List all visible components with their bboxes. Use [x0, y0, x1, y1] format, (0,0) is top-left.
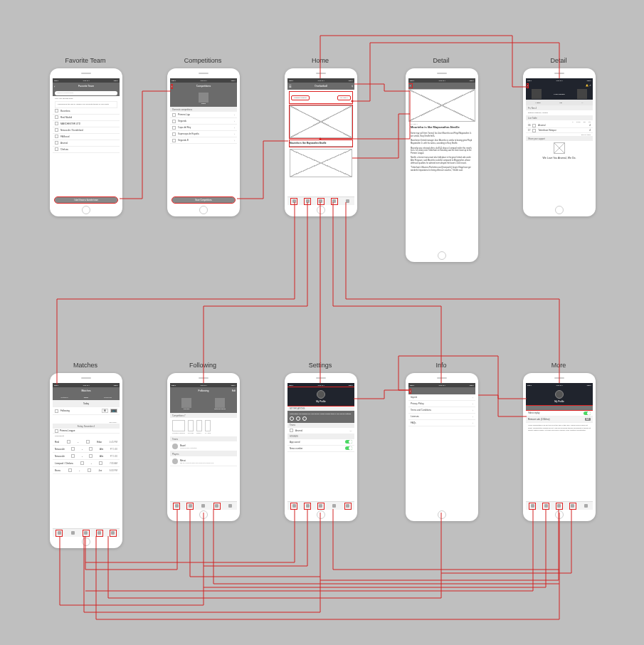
checkbox-icon[interactable]: [55, 141, 58, 145]
toggle-switch[interactable]: [345, 440, 352, 444]
toggle-switch[interactable]: [345, 446, 352, 450]
tab-home[interactable]: [290, 503, 297, 510]
notif-opt-icon[interactable]: [296, 416, 300, 421]
back-icon[interactable]: ‹: [408, 84, 412, 88]
tab-following[interactable]: [317, 503, 324, 510]
toggle-following[interactable]: 📺: [110, 409, 117, 413]
hero-image[interactable]: [290, 105, 352, 138]
team-row[interactable]: MANCHESTER UTD: [53, 121, 120, 127]
notif-opt-icon[interactable]: [290, 416, 294, 421]
tab-matches[interactable]: [186, 503, 194, 510]
tab-matches[interactable]: [304, 503, 311, 510]
match-row[interactable]: Newcastle-Alm FT 1:00: [53, 453, 120, 460]
toggle-switch[interactable]: [584, 411, 591, 415]
profile-hero[interactable]: My Profile: [526, 387, 593, 406]
checkbox-icon[interactable]: [172, 120, 176, 123]
video-row[interactable]: Video replay: [526, 410, 593, 416]
checkbox-icon[interactable]: [55, 409, 58, 413]
tab-following[interactable]: [317, 198, 324, 205]
featured-match-card[interactable]: Primera League Fri, Nov 4: [290, 92, 352, 103]
tab-settings[interactable]: [331, 198, 338, 205]
tab-settings[interactable]: [213, 503, 221, 510]
tab-more[interactable]: [227, 503, 234, 510]
sound-row[interactable]: App sound: [287, 439, 354, 446]
tab-more[interactable]: [583, 503, 590, 510]
checkbox-icon[interactable]: [172, 132, 176, 136]
team-row[interactable]: Barcelona: [53, 108, 120, 115]
match-row[interactable]: Real-Eibar 4:45 PM: [53, 439, 120, 446]
checkbox-icon[interactable]: [55, 115, 58, 119]
comp-row[interactable]: Copa del Rey›: [170, 125, 237, 131]
tab-home[interactable]: [56, 530, 63, 537]
table-row[interactable]: 16 Arsenal 4: [526, 123, 593, 128]
info-row[interactable]: Terms and Conditions›: [408, 407, 475, 414]
segmented-control[interactable]: MatchFB—: [526, 100, 593, 105]
team-row[interactable]: Arsenal All ›: [287, 428, 354, 434]
players-tile[interactable]: [181, 398, 191, 408]
search-input[interactable]: Search favorite team: [55, 91, 117, 95]
match-row[interactable]: Newcastle-Alm FT 1:00: [53, 446, 120, 453]
tab-more[interactable]: [344, 198, 352, 205]
checkbox-icon[interactable]: [55, 147, 58, 151]
back-icon[interactable]: ‹: [410, 389, 411, 393]
search-icon[interactable]: ⚲: [352, 85, 353, 88]
info-row[interactable]: Privacy Policy›: [408, 401, 475, 407]
news-row[interactable]: News number: [287, 446, 354, 452]
tab-following[interactable]: [200, 503, 207, 510]
edit-button[interactable]: Edit: [232, 389, 236, 392]
back-icon[interactable]: ‹: [171, 85, 172, 88]
notif-opt-icon[interactable]: [302, 416, 307, 421]
tab-settings[interactable]: [569, 503, 576, 510]
tab-following[interactable]: [556, 503, 563, 510]
team-row[interactable]: FA Board: [53, 134, 120, 140]
team-row[interactable]: Chelsea: [53, 147, 120, 153]
save-competitions-button[interactable]: Save Competitions: [172, 197, 235, 203]
comp-tile[interactable]: [172, 420, 185, 431]
comp-row[interactable]: Supercopa de España›: [170, 131, 237, 137]
comp-tile[interactable]: [205, 420, 211, 431]
menu-icon[interactable]: ☰: [289, 85, 292, 88]
tab-following[interactable]: [83, 530, 90, 537]
comp-tile[interactable]: [188, 420, 194, 431]
match-row[interactable]: Barca-Juv 6:00 PM: [53, 467, 120, 474]
comp-row[interactable]: Segunda B›: [170, 137, 237, 144]
info-row[interactable]: Imprint›: [408, 394, 475, 401]
team-row[interactable]: Arsenal: [53, 140, 120, 147]
back-icon[interactable]: ‹: [54, 85, 55, 88]
headline-link[interactable]: Mourinho is like Mayweather-Neville: [290, 140, 352, 147]
toggle-all[interactable]: All: [102, 409, 108, 413]
team-row[interactable]: Newcastle / Sunderland: [53, 127, 120, 134]
checkbox-icon[interactable]: [172, 126, 176, 130]
day-tabs[interactable]: YesterdayTodayTomorrow: [53, 394, 120, 400]
player-item[interactable]: Messi Tap on a player to add a new playe…: [170, 456, 237, 466]
team-row[interactable]: Real Madrid: [53, 115, 120, 121]
tab-home[interactable]: [173, 503, 180, 510]
tab-matches[interactable]: [304, 198, 311, 205]
tab-more[interactable]: [344, 503, 352, 510]
ad-header-row[interactable]: Remove ads (2.99/mo) AD: [526, 416, 593, 423]
tab-home[interactable]: [290, 198, 297, 205]
checkbox-icon[interactable]: [172, 139, 176, 142]
tab-matches[interactable]: [69, 530, 76, 537]
bell-icon[interactable]: 🔔 ↗: [586, 84, 591, 87]
table-row[interactable]: 17 Tottenham Hotspur 4: [526, 128, 593, 133]
checkbox-icon[interactable]: [55, 128, 58, 132]
checkbox-icon[interactable]: [172, 113, 176, 117]
info-row[interactable]: FAQs›: [408, 420, 475, 426]
tab-settings[interactable]: [331, 503, 338, 510]
checkbox-icon[interactable]: [55, 135, 58, 138]
comp-row[interactable]: Primera Liga›: [170, 112, 237, 118]
national-tile[interactable]: [215, 398, 225, 408]
team-item[interactable]: Basel Following since installation: [170, 441, 237, 451]
tab-more[interactable]: [110, 530, 117, 537]
comp-row[interactable]: Segunda›: [170, 118, 237, 125]
tab-home[interactable]: [529, 503, 536, 510]
checkbox-icon[interactable]: [55, 109, 58, 112]
tab-settings[interactable]: [96, 530, 103, 537]
share-image[interactable]: [554, 142, 565, 154]
info-row[interactable]: Licenses›: [408, 414, 475, 420]
tab-matches[interactable]: [542, 503, 549, 510]
profile-hero[interactable]: My Profile: [287, 387, 354, 406]
skip-favorite-button[interactable]: I don't have a favorite team: [55, 197, 117, 203]
match-row[interactable]: Liverpool / Chelsea- 7:00 AM: [53, 460, 120, 467]
